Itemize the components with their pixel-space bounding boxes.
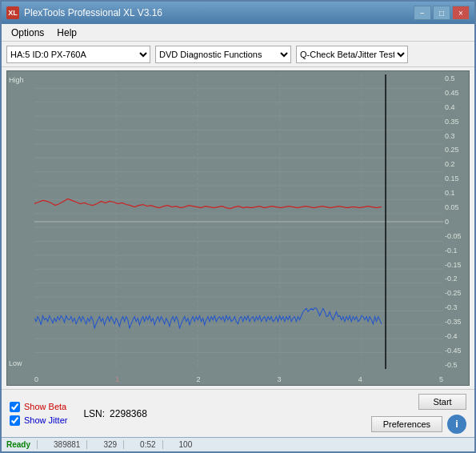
beta-line — [34, 198, 382, 208]
close-button[interactable]: × — [452, 6, 470, 20]
status-cell-2: 329 — [103, 440, 124, 449]
status-cell-1: 389881 — [54, 440, 87, 449]
checkboxes-group: Show Beta Show Jitter — [10, 402, 67, 426]
show-beta-label: Show Beta — [24, 402, 66, 411]
chart-bottom-axis: 0 1 2 3 4 5 — [34, 375, 443, 383]
chart-low-label: Low — [9, 359, 24, 367]
maximize-button[interactable]: □ — [433, 6, 450, 20]
show-beta-checkbox[interactable] — [10, 402, 20, 412]
show-beta-row: Show Beta — [10, 402, 67, 412]
preferences-button[interactable]: Preferences — [371, 416, 442, 432]
status-cell-3: 0:52 — [140, 440, 162, 449]
toolbar: HA:5 ID:0 PX-760A DVD Diagnostic Functio… — [2, 42, 474, 67]
lsn-label: LSN: — [83, 408, 105, 419]
status-cell-4: 100 — [179, 440, 199, 449]
lsn-value: 2298368 — [110, 408, 147, 419]
titlebar-left: XL PlexTools Professional XL V3.16 — [6, 6, 162, 19]
show-jitter-label: Show Jitter — [24, 415, 67, 425]
bottom-panel: Show Beta Show Jitter LSN: 2298368 Start… — [2, 389, 474, 437]
action-buttons: Start Preferences i — [371, 394, 466, 434]
menu-options[interactable]: Options — [5, 26, 50, 40]
menu-help[interactable]: Help — [50, 26, 83, 40]
start-button[interactable]: Start — [418, 394, 466, 410]
preferences-row: Preferences i — [371, 415, 466, 434]
titlebar-controls: − □ × — [414, 6, 470, 20]
test-select[interactable]: Q-Check Beta/Jitter Test — [296, 46, 408, 63]
minimize-button[interactable]: − — [414, 6, 431, 20]
main-window: XL PlexTools Professional XL V3.16 − □ ×… — [0, 0, 476, 453]
lsn-display: LSN: 2298368 — [83, 408, 354, 419]
show-jitter-row: Show Jitter — [10, 415, 67, 426]
chart-high-label: High — [9, 76, 26, 84]
titlebar: XL PlexTools Professional XL V3.16 − □ × — [2, 2, 474, 24]
menubar: Options Help — [2, 24, 474, 42]
status-bar: Ready 389881 329 0:52 100 — [2, 437, 474, 451]
show-jitter-checkbox[interactable] — [10, 415, 20, 426]
drive-select[interactable]: HA:5 ID:0 PX-760A — [6, 46, 150, 63]
info-button[interactable]: i — [447, 415, 466, 434]
app-icon: XL — [6, 6, 19, 19]
function-select[interactable]: DVD Diagnostic Functions — [155, 46, 291, 63]
chart-area: High Low 0.5 0.45 0.4 0.35 0.3 0.25 0.2 … — [6, 70, 470, 386]
chart-svg — [34, 74, 443, 369]
chart-right-axis: 0.5 0.45 0.4 0.35 0.3 0.25 0.2 0.15 0.1 … — [443, 74, 469, 369]
window-title: PlexTools Professional XL V3.16 — [24, 7, 162, 18]
status-ready: Ready — [6, 440, 38, 449]
